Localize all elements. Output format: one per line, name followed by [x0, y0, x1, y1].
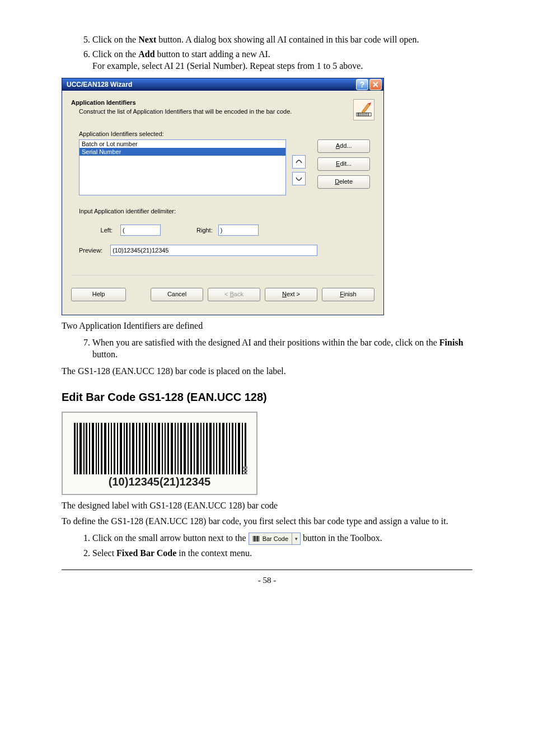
svg-rect-55	[219, 423, 221, 474]
svg-rect-32	[145, 423, 147, 474]
svg-rect-51	[206, 423, 208, 474]
dropdown-arrow-icon[interactable]: ▾	[292, 533, 300, 544]
svg-rect-16	[96, 423, 97, 474]
dialog-header-sub: Construct the list of Application Identi…	[79, 108, 349, 115]
cancel-button[interactable]: Cancel	[151, 288, 203, 301]
step-7: When you are satisfied with the designed…	[92, 337, 472, 361]
left-label: Left:	[79, 227, 113, 234]
svg-rect-60	[235, 423, 236, 474]
title-bar-controls: ? ✕	[356, 79, 382, 90]
svg-rect-10	[77, 423, 78, 474]
next-button[interactable]: Next >	[265, 288, 317, 301]
title-bar: UCC/EAN128 Wizard ? ✕	[62, 78, 383, 91]
svg-rect-17	[98, 423, 99, 474]
svg-rect-29	[136, 423, 137, 474]
svg-rect-15	[92, 423, 94, 474]
finish-button[interactable]: Finish	[322, 288, 374, 301]
edit-button[interactable]: Edit...	[317, 157, 370, 171]
list-label: Application Identifiers selected:	[79, 130, 374, 137]
dialog-header-title: Application Identifiers	[71, 99, 349, 106]
svg-rect-11	[79, 423, 82, 474]
svg-rect-64	[243, 466, 247, 469]
preview-label: Preview:	[79, 247, 102, 254]
svg-rect-67	[253, 536, 254, 542]
caption-2: The designed label with GS1-128 (EAN.UCC…	[62, 501, 472, 511]
svg-rect-22	[114, 423, 115, 474]
svg-rect-36	[158, 423, 160, 474]
ai-listbox[interactable]: Batch or Lot number Serial Number	[79, 139, 286, 195]
svg-rect-27	[129, 423, 130, 474]
caption-1: Two Application Identifiers are defined	[62, 321, 472, 331]
wizard-icon	[353, 99, 374, 120]
svg-rect-66	[243, 473, 247, 474]
svg-rect-21	[111, 423, 112, 474]
right-label: Right:	[196, 227, 213, 234]
svg-rect-41	[175, 423, 176, 474]
svg-rect-20	[108, 423, 109, 474]
svg-rect-43	[180, 423, 182, 474]
svg-rect-28	[132, 423, 134, 474]
svg-rect-33	[149, 423, 150, 474]
svg-rect-9	[74, 423, 76, 474]
close-icon[interactable]: ✕	[369, 79, 382, 90]
svg-rect-12	[83, 423, 85, 474]
svg-rect-52	[209, 423, 212, 474]
svg-rect-47	[194, 423, 195, 474]
wizard-dialog: UCC/EAN128 Wizard ? ✕ Application Identi…	[62, 78, 384, 315]
svg-rect-35	[154, 423, 156, 474]
step-5: Click on the Next button. A dialog box s…	[92, 34, 472, 46]
delete-button[interactable]: Delete	[317, 175, 370, 189]
svg-rect-38	[165, 423, 166, 474]
step-6: Click on the Add button to start adding …	[92, 48, 472, 72]
svg-rect-65	[243, 470, 247, 472]
svg-rect-42	[177, 423, 179, 474]
barcode-icon	[74, 423, 247, 474]
move-up-button[interactable]	[292, 155, 306, 169]
barcode-text: (10)12345(21)12345	[74, 475, 245, 488]
list-item[interactable]: Batch or Lot number	[79, 140, 285, 148]
instruction-list-c: Click on the small arrow button next to …	[62, 532, 472, 559]
svg-rect-57	[226, 423, 227, 474]
svg-rect-31	[142, 423, 143, 474]
section-title: Edit Bar Code GS1-128 (EAN.UCC 128)	[62, 391, 472, 404]
barcode-icon	[252, 535, 260, 543]
right-delimiter-input[interactable]	[218, 225, 259, 236]
list-item[interactable]: Serial Number	[79, 148, 285, 156]
help-button[interactable]: Help	[71, 288, 126, 301]
svg-rect-23	[117, 423, 118, 474]
svg-rect-58	[229, 423, 230, 474]
svg-rect-61	[238, 423, 240, 474]
step-c2: Select Fixed Bar Code in the context men…	[92, 547, 472, 559]
svg-rect-62	[242, 423, 243, 474]
svg-rect-54	[216, 423, 217, 474]
svg-rect-19	[104, 423, 106, 474]
step-c1: Click on the small arrow button next to …	[92, 532, 472, 545]
svg-rect-68	[254, 536, 255, 542]
add-button[interactable]: Add...	[317, 139, 370, 153]
svg-rect-69	[256, 536, 256, 542]
svg-rect-25	[124, 423, 125, 474]
svg-rect-46	[190, 423, 192, 474]
svg-rect-30	[139, 423, 140, 474]
label-preview: (10)12345(21)12345	[62, 412, 257, 495]
svg-rect-34	[152, 423, 153, 474]
svg-rect-56	[222, 423, 224, 474]
barcode-toolbox-button[interactable]: Bar Code ▾	[249, 533, 301, 545]
title-bar-text: UCC/EAN128 Wizard	[67, 81, 356, 88]
page-number: - 58 -	[62, 570, 472, 585]
move-down-button[interactable]	[292, 172, 306, 185]
svg-rect-40	[171, 423, 173, 474]
dialog-body: Application Identifiers Construct the li…	[62, 91, 383, 315]
svg-rect-49	[200, 423, 202, 474]
svg-rect-70	[257, 536, 258, 542]
delimiter-label: Input Application identifier delimiter:	[79, 208, 374, 214]
paragraph-3: To define the GS1-128 (EAN.UCC 128) bar …	[62, 516, 472, 526]
back-button[interactable]: < Back	[208, 288, 260, 301]
help-icon[interactable]: ?	[356, 79, 368, 90]
left-delimiter-input[interactable]	[120, 225, 161, 236]
svg-rect-71	[259, 536, 259, 542]
svg-rect-24	[120, 423, 122, 474]
svg-rect-53	[213, 423, 214, 474]
preview-input[interactable]	[110, 245, 317, 256]
svg-rect-48	[196, 423, 199, 474]
